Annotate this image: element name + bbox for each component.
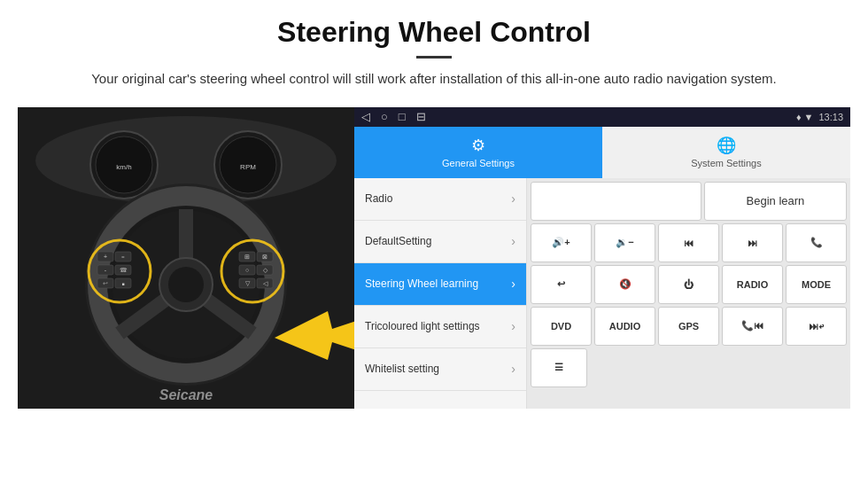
general-settings-icon: ⚙ bbox=[471, 136, 485, 155]
phone-prev-icon: 📞⏮ bbox=[741, 320, 763, 332]
power-icon: ⏻ bbox=[684, 279, 694, 290]
back-icon[interactable]: ◁ bbox=[361, 110, 370, 123]
svg-text:⊞: ⊞ bbox=[244, 254, 250, 260]
svg-text:⊠: ⊠ bbox=[262, 254, 267, 260]
chevron-icon: › bbox=[511, 319, 515, 333]
control-row-2: 🔊+ 🔉− ⏮ ⏭ 📞 bbox=[531, 223, 847, 262]
menu-whitelist-label: Whitelist setting bbox=[365, 363, 439, 375]
status-icons: ♦ ▼ 13:13 bbox=[796, 112, 843, 122]
dvd-button[interactable]: DVD bbox=[531, 307, 592, 346]
power-button[interactable]: ⏻ bbox=[658, 265, 719, 304]
page-title: Steering Wheel Control bbox=[35, 16, 833, 49]
chevron-icon: › bbox=[511, 277, 515, 291]
chevron-icon: › bbox=[511, 234, 515, 248]
menu-radio-label: Radio bbox=[365, 192, 392, 205]
call-end-button[interactable]: ↩ bbox=[531, 265, 592, 304]
menu-steering-label: Steering Wheel learning bbox=[365, 277, 478, 290]
radio-display bbox=[531, 182, 701, 221]
android-status-bar: ◁ ○ □ ⊟ ♦ ▼ 13:13 bbox=[354, 107, 850, 127]
mode-button[interactable]: MODE bbox=[786, 265, 847, 304]
menu-item-default[interactable]: DefaultSetting › bbox=[354, 221, 526, 263]
dvd-label: DVD bbox=[551, 321, 571, 332]
svg-text:km/h: km/h bbox=[116, 163, 131, 171]
svg-text:↩: ↩ bbox=[103, 280, 108, 286]
audio-button[interactable]: AUDIO bbox=[594, 307, 655, 346]
title-divider bbox=[416, 56, 452, 59]
home-icon[interactable]: ○ bbox=[381, 110, 388, 123]
menu-icon-button[interactable]: ☰ bbox=[531, 348, 587, 387]
call-end-icon: ↩ bbox=[557, 278, 565, 290]
phone-prev-button[interactable]: 📞⏮ bbox=[722, 307, 783, 346]
next-icon: ⏭ bbox=[748, 238, 757, 248]
svg-text:Seicane: Seicane bbox=[159, 387, 213, 402]
radio-label: RADIO bbox=[737, 279, 768, 290]
mute-icon: 🔇 bbox=[619, 278, 632, 290]
control-row-3: ↩ 🔇 ⏻ RADIO MODE bbox=[531, 265, 847, 304]
skip-button[interactable]: ⏭↩ bbox=[786, 307, 847, 346]
tab-general-settings[interactable]: ⚙ General Settings bbox=[354, 127, 602, 178]
page-subtitle: Your original car's steering wheel contr… bbox=[53, 69, 815, 90]
tab-system-settings[interactable]: 🌐 System Settings bbox=[602, 127, 850, 178]
chevron-icon: › bbox=[511, 191, 515, 206]
menu-default-label: DefaultSetting bbox=[365, 235, 431, 247]
control-panel: Begin learn 🔊+ 🔉− ⏮ ⏭ bbox=[527, 178, 850, 409]
android-body: Radio › DefaultSetting › Steering Wheel … bbox=[354, 178, 850, 409]
radio-button[interactable]: RADIO bbox=[722, 265, 783, 304]
svg-text:○: ○ bbox=[245, 267, 249, 273]
android-ui-panel: ◁ ○ □ ⊟ ♦ ▼ 13:13 ⚙ General Settings 🌐 S… bbox=[354, 107, 850, 409]
mode-label: MODE bbox=[802, 279, 831, 290]
menu-item-steering[interactable]: Steering Wheel learning › bbox=[354, 263, 526, 306]
menu-nav-icon[interactable]: ⊟ bbox=[416, 110, 426, 123]
menu-item-tricoloured[interactable]: Tricoloured light settings › bbox=[354, 306, 526, 348]
menu-panel: Radio › DefaultSetting › Steering Wheel … bbox=[354, 178, 527, 409]
audio-label: AUDIO bbox=[609, 321, 640, 332]
recent-icon[interactable]: □ bbox=[399, 110, 406, 123]
svg-text:+: + bbox=[104, 254, 107, 260]
signal-icon: ♦ ▼ bbox=[796, 112, 814, 122]
gps-button[interactable]: GPS bbox=[658, 307, 719, 346]
clock: 13:13 bbox=[818, 112, 843, 122]
next-button[interactable]: ⏭ bbox=[722, 223, 783, 262]
content-area: km/h RPM + ≈ - ☎ ↩ bbox=[18, 107, 850, 409]
menu-icon: ☰ bbox=[554, 362, 563, 373]
vol-down-icon: 🔉− bbox=[616, 237, 633, 248]
vol-up-button[interactable]: 🔊+ bbox=[531, 223, 592, 262]
gps-label: GPS bbox=[678, 321, 699, 332]
svg-point-15 bbox=[168, 267, 204, 302]
skip-icon: ⏭↩ bbox=[809, 321, 824, 332]
phone-icon: 📞 bbox=[810, 237, 823, 248]
android-tabs: ⚙ General Settings 🌐 System Settings bbox=[354, 127, 850, 178]
nav-buttons: ◁ ○ □ ⊟ bbox=[361, 110, 426, 123]
begin-learn-button[interactable]: Begin learn bbox=[704, 182, 847, 221]
vol-down-button[interactable]: 🔉− bbox=[594, 223, 655, 262]
prev-icon: ⏮ bbox=[684, 238, 694, 248]
chevron-icon: › bbox=[511, 362, 515, 376]
menu-item-whitelist[interactable]: Whitelist setting › bbox=[354, 348, 526, 391]
steering-wheel-image: km/h RPM + ≈ - ☎ ↩ bbox=[18, 107, 354, 409]
vol-up-icon: 🔊+ bbox=[552, 237, 570, 248]
menu-tricoloured-label: Tricoloured light settings bbox=[365, 320, 480, 332]
control-row-5: ☰ bbox=[531, 348, 847, 387]
svg-text:■: ■ bbox=[121, 281, 124, 286]
mute-button[interactable]: 🔇 bbox=[594, 265, 655, 304]
svg-text:RPM: RPM bbox=[240, 163, 256, 171]
prev-button[interactable]: ⏮ bbox=[658, 223, 719, 262]
menu-item-radio[interactable]: Radio › bbox=[354, 178, 526, 221]
system-settings-icon: 🌐 bbox=[717, 136, 736, 155]
page-header: Steering Wheel Control Your original car… bbox=[0, 0, 868, 98]
tab-system-label: System Settings bbox=[691, 158, 761, 168]
control-row-1: Begin learn bbox=[531, 182, 847, 221]
tab-general-label: General Settings bbox=[442, 158, 515, 168]
phone-button[interactable]: 📞 bbox=[786, 223, 847, 262]
control-row-4: DVD AUDIO GPS 📞⏮ ⏭↩ bbox=[531, 307, 847, 346]
svg-text:☎: ☎ bbox=[120, 267, 128, 273]
